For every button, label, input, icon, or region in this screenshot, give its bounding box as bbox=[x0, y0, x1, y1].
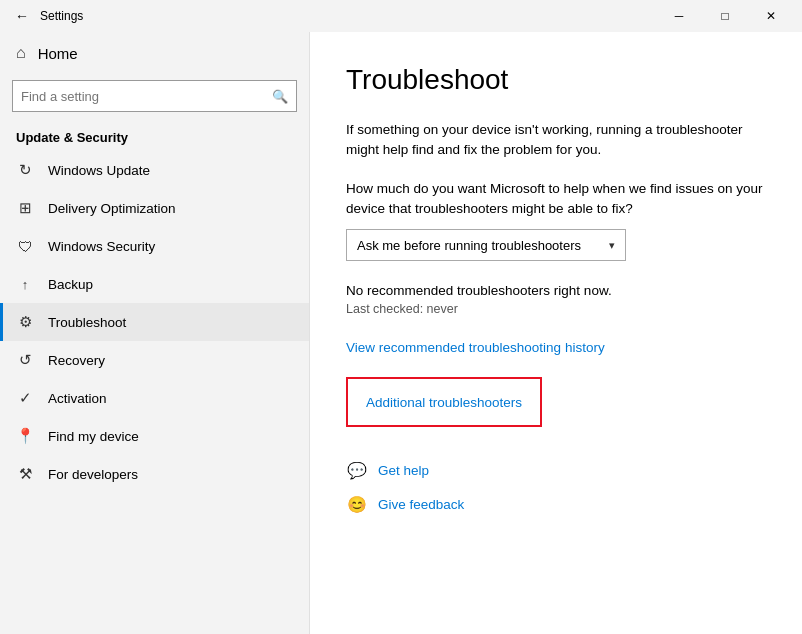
sidebar: ⌂ Home 🔍 Update & Security ↻ Windows Upd… bbox=[0, 32, 310, 634]
sidebar-item-find-my-device[interactable]: 📍 Find my device bbox=[0, 417, 309, 455]
sidebar-item-delivery-optimization[interactable]: ⊞ Delivery Optimization bbox=[0, 189, 309, 227]
backup-icon: ↑ bbox=[16, 275, 34, 293]
search-icon: 🔍 bbox=[272, 89, 288, 104]
additional-troubleshooters-box[interactable]: Additional troubleshooters bbox=[346, 377, 542, 427]
get-help-item[interactable]: 💬 Get help bbox=[346, 459, 766, 481]
give-feedback-icon: 😊 bbox=[346, 493, 368, 515]
troubleshoot-icon: ⚙ bbox=[16, 313, 34, 331]
nav-label: Troubleshoot bbox=[48, 315, 126, 330]
status-text: No recommended troubleshooters right now… bbox=[346, 283, 766, 298]
find-device-icon: 📍 bbox=[16, 427, 34, 445]
close-button[interactable]: ✕ bbox=[748, 0, 794, 32]
get-help-icon: 💬 bbox=[346, 459, 368, 481]
bottom-links: 💬 Get help 😊 Give feedback bbox=[346, 459, 766, 515]
history-link[interactable]: View recommended troubleshooting history bbox=[346, 340, 605, 355]
delivery-optimization-icon: ⊞ bbox=[16, 199, 34, 217]
shield-icon: 🛡 bbox=[16, 237, 34, 255]
sidebar-item-activation[interactable]: ✓ Activation bbox=[0, 379, 309, 417]
dropdown-label: Ask me before running troubleshooters bbox=[357, 238, 601, 253]
sidebar-item-for-developers[interactable]: ⚒ For developers bbox=[0, 455, 309, 493]
nav-label: Windows Security bbox=[48, 239, 155, 254]
page-title: Troubleshoot bbox=[346, 64, 766, 96]
nav-label: Recovery bbox=[48, 353, 105, 368]
minimize-button[interactable]: ─ bbox=[656, 0, 702, 32]
nav-label: Windows Update bbox=[48, 163, 150, 178]
give-feedback-item[interactable]: 😊 Give feedback bbox=[346, 493, 766, 515]
nav-label: For developers bbox=[48, 467, 138, 482]
description-text: If something on your device isn't workin… bbox=[346, 120, 766, 161]
give-feedback-link[interactable]: Give feedback bbox=[378, 497, 464, 512]
app-title: Settings bbox=[40, 9, 656, 23]
sidebar-item-backup[interactable]: ↑ Backup bbox=[0, 265, 309, 303]
search-container: 🔍 bbox=[0, 74, 309, 122]
search-box[interactable]: 🔍 bbox=[12, 80, 297, 112]
developers-icon: ⚒ bbox=[16, 465, 34, 483]
last-checked-text: Last checked: never bbox=[346, 302, 766, 316]
main-container: ⌂ Home 🔍 Update & Security ↻ Windows Upd… bbox=[0, 32, 802, 634]
home-icon: ⌂ bbox=[16, 44, 26, 62]
nav-label: Find my device bbox=[48, 429, 139, 444]
content-area: Troubleshoot If something on your device… bbox=[310, 32, 802, 634]
windows-update-icon: ↻ bbox=[16, 161, 34, 179]
troubleshooter-dropdown[interactable]: Ask me before running troubleshooters ▾ bbox=[346, 229, 626, 261]
search-input[interactable] bbox=[21, 89, 266, 104]
window-controls: ─ □ ✕ bbox=[656, 0, 794, 32]
chevron-down-icon: ▾ bbox=[609, 239, 615, 252]
sidebar-item-recovery[interactable]: ↺ Recovery bbox=[0, 341, 309, 379]
nav-label: Delivery Optimization bbox=[48, 201, 176, 216]
section-header: Update & Security bbox=[0, 122, 309, 151]
question-text: How much do you want Microsoft to help w… bbox=[346, 179, 766, 220]
nav-label: Backup bbox=[48, 277, 93, 292]
recovery-icon: ↺ bbox=[16, 351, 34, 369]
nav-label: Activation bbox=[48, 391, 107, 406]
activation-icon: ✓ bbox=[16, 389, 34, 407]
sidebar-item-windows-update[interactable]: ↻ Windows Update bbox=[0, 151, 309, 189]
sidebar-item-troubleshoot[interactable]: ⚙ Troubleshoot bbox=[0, 303, 309, 341]
home-label: Home bbox=[38, 45, 78, 62]
sidebar-item-home[interactable]: ⌂ Home bbox=[0, 32, 309, 74]
sidebar-item-windows-security[interactable]: 🛡 Windows Security bbox=[0, 227, 309, 265]
additional-troubleshooters-link[interactable]: Additional troubleshooters bbox=[366, 395, 522, 410]
get-help-link[interactable]: Get help bbox=[378, 463, 429, 478]
maximize-button[interactable]: □ bbox=[702, 0, 748, 32]
titlebar: ← Settings ─ □ ✕ bbox=[0, 0, 802, 32]
back-button[interactable]: ← bbox=[8, 2, 36, 30]
